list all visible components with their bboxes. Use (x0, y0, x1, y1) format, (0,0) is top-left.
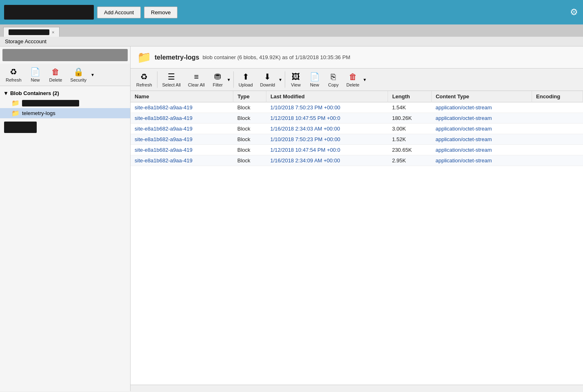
download-dropdown[interactable]: ▼ (277, 78, 283, 82)
table-row[interactable]: site-e8a1b682-a9aa-419 Block 1/16/2018 2… (131, 124, 583, 134)
refresh-button-left[interactable]: ♻ Refresh (2, 65, 25, 84)
cell-encoding (532, 113, 583, 124)
new-button-right[interactable]: 📄 New (306, 70, 324, 89)
horizontal-scrollbar[interactable] (131, 385, 583, 391)
col-last-modified: Last Modified (266, 91, 388, 102)
tab-account[interactable]: × (3, 27, 60, 37)
view-button[interactable]: 🖼 View (287, 71, 305, 89)
settings-icon[interactable]: ⚙ (570, 7, 578, 18)
cell-last-modified: 1/12/2018 10:47:54 PM +00:0 (266, 145, 388, 155)
search-field-redacted[interactable] (2, 49, 128, 61)
add-account-button[interactable]: Add Account (97, 7, 141, 18)
select-all-button[interactable]: ☰ Select All (159, 70, 184, 89)
collapse-icon: ▼ (3, 90, 9, 96)
cell-type: Block (233, 155, 266, 166)
cell-encoding (532, 102, 583, 113)
view-icon: 🖼 (292, 72, 300, 82)
upload-icon: ⬆ (242, 72, 249, 82)
upload-button[interactable]: ⬆ Upload (235, 70, 256, 89)
refresh-icon-left: ♻ (10, 67, 17, 77)
cell-content-type: application/octet-stream (431, 124, 532, 134)
col-name: Name (131, 91, 233, 102)
cell-type: Block (233, 134, 266, 145)
new-icon-right: 📄 (310, 72, 320, 82)
cell-name: site-e8a1b682-a9aa-419 (131, 145, 233, 155)
cell-type: Block (233, 124, 266, 134)
security-button-left[interactable]: 🔒 Security (67, 65, 90, 84)
cell-encoding (532, 124, 583, 134)
delete-button-left[interactable]: 🗑 Delete (46, 66, 66, 84)
col-content-type: Content Type (431, 91, 532, 102)
right-toolbar: ♻ Refresh ☰ Select All ≡ Clear All ⛃ Fil… (131, 69, 583, 91)
table-row[interactable]: site-e8a1b682-a9aa-419 Block 1/16/2018 2… (131, 155, 583, 166)
bottom-redacted (4, 122, 37, 133)
col-length: Length (388, 91, 432, 102)
left-panel: ♻ Refresh 📄 New 🗑 Delete 🔒 Security ▼ ▼ … (0, 47, 131, 391)
cell-type: Block (233, 113, 266, 124)
right-header: 📁 telemetry-logs blob container (6 blobs… (131, 47, 583, 69)
blob-containers-label: Blob Containers (2) (10, 90, 59, 96)
tree-item-redacted[interactable]: 📁 (0, 98, 130, 108)
cell-length: 2.95K (388, 155, 432, 166)
remove-button[interactable]: Remove (144, 7, 177, 18)
cell-content-type: application/octet-stream (431, 155, 532, 166)
table-row[interactable]: site-e8a1b682-a9aa-419 Block 1/10/2018 7… (131, 102, 583, 113)
container-meta-label: blob container (6 blobs, 419.92K) as of … (202, 54, 350, 60)
left-toolbar: ♻ Refresh 📄 New 🗑 Delete 🔒 Security ▼ (0, 64, 130, 86)
cell-last-modified: 1/16/2018 2:34:09 AM +00:00 (266, 155, 388, 166)
new-icon-left: 📄 (30, 67, 40, 77)
table-header-row: Name Type Last Modified Length Content T… (131, 91, 583, 102)
table-row[interactable]: site-e8a1b682-a9aa-419 Block 1/12/2018 1… (131, 113, 583, 124)
cell-last-modified: 1/10/2018 7:50:23 PM +00:00 (266, 134, 388, 145)
cell-encoding (532, 155, 583, 166)
container-name-redacted (22, 100, 79, 106)
refresh-icon-right: ♻ (140, 72, 148, 82)
copy-button[interactable]: ⎘ Copy (324, 71, 342, 89)
tab-close-icon[interactable]: × (52, 30, 54, 35)
table-row[interactable]: site-e8a1b682-a9aa-419 Block 1/12/2018 1… (131, 145, 583, 155)
left-toolbar-dropdown[interactable]: ▼ (90, 73, 95, 77)
account-name-redacted (4, 5, 94, 20)
container-folder-icon: 📁 (137, 51, 151, 64)
delete-icon-right: 🗑 (349, 72, 357, 82)
filter-dropdown[interactable]: ▼ (226, 78, 232, 82)
cell-content-type: application/octet-stream (431, 134, 532, 145)
cell-length: 1.54K (388, 102, 432, 113)
copy-icon: ⎘ (331, 72, 336, 82)
cell-name: site-e8a1b682-a9aa-419 (131, 102, 233, 113)
blob-containers-header[interactable]: ▼ Blob Containers (2) (0, 89, 130, 98)
title-bar: Add Account Remove ⚙ (0, 0, 583, 24)
delete-icon-left: 🗑 (51, 67, 60, 77)
tab-label-redacted (9, 29, 49, 35)
tree-item-telemetry-logs[interactable]: 📁 telemetry-logs (0, 108, 130, 118)
clear-all-icon: ≡ (194, 72, 199, 82)
filter-button[interactable]: ⛃ Filter (209, 70, 227, 89)
divider-3 (285, 71, 285, 88)
download-button[interactable]: ⬇ Downld (257, 70, 279, 89)
table-row[interactable]: site-e8a1b682-a9aa-419 Block 1/10/2018 7… (131, 134, 583, 145)
cell-content-type: application/octet-stream (431, 102, 532, 113)
delete-dropdown[interactable]: ▼ (362, 78, 368, 82)
storage-account-label: Storage Acccount (0, 37, 583, 47)
select-all-icon: ☰ (168, 72, 175, 82)
container-name-label: telemetry-logs (155, 54, 199, 61)
blob-table-container[interactable]: Name Type Last Modified Length Content T… (131, 91, 583, 385)
cell-name: site-e8a1b682-a9aa-419 (131, 134, 233, 145)
cell-length: 230.65K (388, 145, 432, 155)
clear-all-button[interactable]: ≡ Clear All (185, 71, 208, 89)
container-name-telemetry: telemetry-logs (22, 110, 55, 116)
divider-1 (157, 71, 157, 88)
cell-length: 1.52K (388, 134, 432, 145)
new-button-left[interactable]: 📄 New (27, 65, 44, 84)
right-panel: 📁 telemetry-logs blob container (6 blobs… (131, 47, 583, 391)
security-icon-left: 🔒 (73, 67, 84, 77)
blob-table: Name Type Last Modified Length Content T… (131, 91, 583, 166)
delete-button-right[interactable]: 🗑 Delete (343, 71, 363, 89)
cell-name: site-e8a1b682-a9aa-419 (131, 113, 233, 124)
main-layout: ♻ Refresh 📄 New 🗑 Delete 🔒 Security ▼ ▼ … (0, 47, 583, 391)
cell-length: 3.00K (388, 124, 432, 134)
bottom-redacted-block (4, 122, 126, 134)
refresh-button-right[interactable]: ♻ Refresh (133, 70, 155, 89)
cell-encoding (532, 134, 583, 145)
cell-last-modified: 1/12/2018 10:47:55 PM +00:0 (266, 113, 388, 124)
